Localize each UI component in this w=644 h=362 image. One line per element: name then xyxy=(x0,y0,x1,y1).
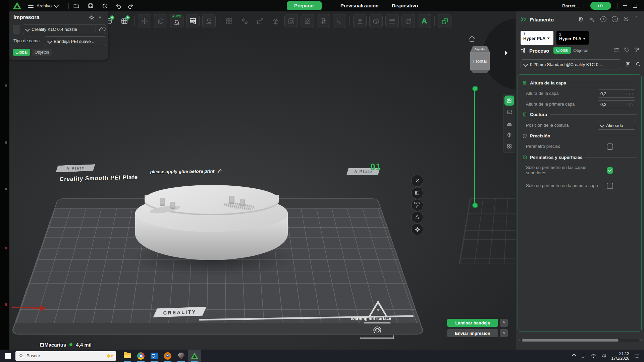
filament-settings-gear-icon[interactable] xyxy=(623,16,629,22)
section-costura[interactable]: Costura xyxy=(522,111,637,118)
taskbar-app-blender[interactable] xyxy=(161,350,174,362)
quick-quality-layers[interactable] xyxy=(504,96,514,106)
plate-settings-button[interactable] xyxy=(411,223,423,235)
taskbar-app-asset-library[interactable] xyxy=(174,350,188,362)
taskbar-app-outlook[interactable] xyxy=(148,350,161,362)
scroll-right-arrow[interactable]: › xyxy=(640,338,642,343)
quick-support[interactable] xyxy=(504,118,514,128)
assemble-button[interactable] xyxy=(269,14,282,28)
filament-mapping-icon[interactable] xyxy=(578,16,584,22)
panel-horizontal-scrollbar[interactable]: ‹ › xyxy=(519,338,642,342)
panel-expand-arrow[interactable] xyxy=(505,51,508,55)
plugin-button[interactable] xyxy=(438,14,451,28)
lay-on-face-button[interactable] xyxy=(202,14,216,28)
close-button[interactable] xyxy=(640,0,644,11)
view-cube-top-face[interactable]: Superior xyxy=(470,46,490,52)
home-view-button[interactable] xyxy=(468,35,476,43)
slice-plate-button[interactable]: Laminar bandeja xyxy=(447,319,498,327)
wifi-icon[interactable] xyxy=(101,26,107,32)
split-to-parts-button[interactable] xyxy=(223,14,235,28)
save-button[interactable] xyxy=(88,0,94,11)
compare-presets-icon[interactable] xyxy=(634,47,640,53)
search-parameters-icon[interactable] xyxy=(635,61,641,67)
plate-list-button[interactable] xyxy=(411,187,423,199)
text-tool-button[interactable]: A xyxy=(418,14,431,28)
view-cube[interactable]: Superior Frontal xyxy=(470,46,490,73)
notifications-icon[interactable] xyxy=(634,353,640,359)
filament-slot-1[interactable]: 1 Hyper PLA xyxy=(521,31,553,45)
filament-slot-2[interactable]: 2 Hyper PLA xyxy=(556,31,589,45)
scale-to-fit-button[interactable] xyxy=(254,14,266,28)
nozzle-flush-icon[interactable] xyxy=(589,16,595,22)
first-layer-height-input[interactable]: 0,2 mm xyxy=(598,100,635,108)
quick-plate-adhesion[interactable] xyxy=(504,107,514,117)
tab-preparar[interactable]: Preparar xyxy=(287,1,322,10)
move-button[interactable] xyxy=(138,14,151,28)
account-name[interactable]: Barret ... xyxy=(562,0,581,11)
scroll-left-arrow[interactable]: ‹ xyxy=(519,338,520,343)
parameter-tag-icon[interactable] xyxy=(624,47,630,53)
support-paint-button[interactable] xyxy=(353,14,367,28)
cloud-upload-button[interactable] xyxy=(590,0,611,11)
parameter-list-icon[interactable] xyxy=(614,47,620,53)
view-cube-front-face[interactable]: Frontal xyxy=(470,52,490,70)
process-scope-global[interactable]: Global xyxy=(553,47,571,54)
rotate-button[interactable] xyxy=(154,14,167,28)
layer-slider-top-handle[interactable] xyxy=(472,86,478,92)
precise-wall-checkbox[interactable] xyxy=(607,143,613,150)
layer-stack-button[interactable] xyxy=(385,14,399,28)
process-preset-select[interactable]: 0.20mm Standard @Creality K1C 0... xyxy=(521,59,621,69)
maximize-button[interactable] xyxy=(630,0,640,11)
boolean-button[interactable] xyxy=(317,14,330,28)
scope-tab-global[interactable]: Global xyxy=(13,49,30,56)
minimize-button[interactable] xyxy=(620,0,630,11)
seam-position-select[interactable]: Alineado xyxy=(598,121,635,130)
arrange-button[interactable] xyxy=(186,14,200,28)
settings-gear-button[interactable] xyxy=(102,0,108,11)
add-filament-icon[interactable]: + xyxy=(600,16,606,22)
undo-button[interactable] xyxy=(115,0,122,11)
section-perimetros-y-superficies[interactable]: Perímetros y superficies xyxy=(522,154,637,161)
delete-plate-button[interactable] xyxy=(411,175,423,187)
cast-screen-icon[interactable] xyxy=(580,353,586,359)
filament-collapse-icon[interactable]: ⌃ xyxy=(635,16,638,20)
printer-select[interactable]: Creality K1C 0.4 nozzle xyxy=(23,24,106,34)
cut-plane-button[interactable] xyxy=(301,14,314,28)
taskbar-app-creality-print[interactable] xyxy=(188,350,201,362)
file-menu[interactable]: Archivo xyxy=(28,0,58,11)
slice-options-caret[interactable]: ^ xyxy=(500,319,508,327)
taskbar-clock[interactable]: 21:12 17/1/2026 xyxy=(611,351,629,361)
viewport-3d[interactable]: A Plate A Plate please apply glue before… xyxy=(9,11,516,350)
taskbar-app-chrome[interactable] xyxy=(134,350,148,362)
add-plate-button[interactable]: + xyxy=(118,14,131,28)
single-perimeter-first-layer-checkbox[interactable] xyxy=(607,183,613,189)
quick-cooling[interactable] xyxy=(504,130,514,140)
section-precision[interactable]: Precisión xyxy=(522,132,637,139)
process-scope-objetos[interactable]: Objetos xyxy=(573,48,588,53)
scrollbar-thumb[interactable] xyxy=(522,339,619,342)
cube-frame-button[interactable] xyxy=(284,14,298,28)
open-file-button[interactable] xyxy=(73,0,79,11)
measure-button[interactable] xyxy=(333,14,346,28)
section-altura-de-la-capa[interactable]: Altura de la capa xyxy=(522,79,637,86)
send-options-caret[interactable]: ^ xyxy=(500,329,508,337)
layer-slider-track[interactable] xyxy=(474,88,475,204)
wifi-icon[interactable] xyxy=(591,353,596,359)
color-paint-button[interactable] xyxy=(401,14,415,28)
hidden-icons-chevron[interactable] xyxy=(572,353,576,358)
taskbar-search[interactable]: Buscar xyxy=(15,351,116,361)
send-print-button[interactable]: Enviar impresión xyxy=(447,329,498,337)
save-preset-icon[interactable] xyxy=(625,61,631,67)
remove-filament-icon[interactable]: − xyxy=(612,16,618,22)
layer-height-input[interactable]: 0,2 mm xyxy=(598,89,635,98)
repair-model-button[interactable] xyxy=(369,14,383,28)
lock-plate-button[interactable] xyxy=(411,211,423,223)
volume-icon[interactable] xyxy=(601,353,607,359)
tab-previsualizacion[interactable]: Previsualización xyxy=(333,1,386,10)
layer-slider-bottom-handle[interactable] xyxy=(472,202,478,208)
bed-type-select[interactable]: Bandeja PEI suave ... xyxy=(45,36,106,46)
tab-dispositivo[interactable]: Dispositivo xyxy=(384,1,425,10)
start-button[interactable] xyxy=(0,350,15,362)
scope-tab-objetos[interactable]: Objetos xyxy=(32,49,52,56)
quick-others[interactable] xyxy=(504,141,514,151)
